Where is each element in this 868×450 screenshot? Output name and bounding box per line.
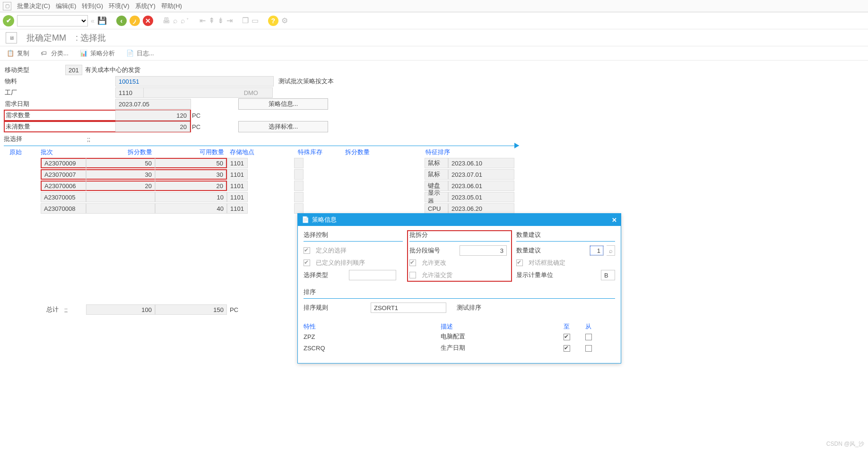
page-up-icon[interactable]: ⇞	[208, 16, 215, 25]
accept-button[interactable]: ✔	[3, 15, 14, 26]
defined-selection-label: 定义的选择	[316, 246, 347, 255]
cell-date: 2023.06.01	[448, 181, 514, 191]
cell-split[interactable]	[86, 192, 155, 202]
split-no-field[interactable]: 3	[460, 245, 507, 256]
menu-help[interactable]: 帮助(H)	[161, 2, 182, 10]
layout-icon[interactable]: ▭	[252, 16, 259, 25]
table-row[interactable]: A23070008401101CPU2023.06.20	[4, 203, 864, 214]
print-icon[interactable]: 🖶	[163, 17, 170, 25]
table-row[interactable]: A2307000730301101鼠标2023.07.01	[4, 169, 864, 180]
sort-desc: 生产日期	[441, 344, 564, 352]
qty-suggest-field[interactable]: 1	[590, 245, 604, 256]
reqqty-field[interactable]: 120	[115, 110, 190, 121]
menu-edit[interactable]: 编辑(E)	[56, 2, 76, 10]
move-type-label: 移动类型	[4, 66, 65, 74]
page-down-icon[interactable]: ⇟	[217, 16, 224, 25]
reqdate-field[interactable]: 2023.07.05	[115, 99, 191, 109]
first-icon[interactable]: «	[91, 17, 95, 25]
sort-from-checkbox[interactable]	[585, 334, 592, 340]
strategy-label: 策略分析	[90, 49, 115, 58]
col-special[interactable]: 特殊库存	[288, 148, 340, 156]
move-type-field[interactable]: 201	[65, 65, 82, 75]
menu-bar: ▢ 批量决定(C) 编辑(E) 转到(G) 环境(V) 系统(Y) 帮助(H)	[0, 0, 868, 12]
select-type-field[interactable]	[349, 270, 396, 280]
menu-env[interactable]: 环境(V)	[109, 2, 129, 10]
col-sloc[interactable]: 存储地点	[227, 148, 288, 156]
plant-desc: DMO	[144, 87, 273, 98]
col-avail[interactable]: 可用数量	[155, 148, 227, 156]
cell-batch: A23070009	[41, 158, 86, 168]
back-button[interactable]: ‹	[116, 16, 127, 26]
sort-to-checkbox[interactable]	[564, 334, 570, 340]
cell-special	[294, 192, 304, 202]
classify-button[interactable]: 🏷分类...	[41, 49, 69, 58]
material-field[interactable]: 100151	[115, 76, 274, 87]
cancel-button[interactable]: ✕	[143, 16, 153, 26]
sort-header: 排序	[304, 288, 615, 296]
col-batch[interactable]: 批次	[41, 148, 86, 156]
cell-char: 显示器	[425, 192, 448, 202]
cell-sloc: 1101	[227, 181, 248, 191]
sort-desc: 电脑配置	[441, 332, 564, 341]
col-split[interactable]: 拆分数量	[86, 148, 155, 156]
sort-rule-desc: 测试排序	[457, 303, 481, 312]
menu-batch[interactable]: 批量决定(C)	[17, 2, 50, 10]
cell-special	[294, 169, 304, 180]
char-col: 特性	[304, 322, 441, 331]
sort-row: ZSCRQ生产日期	[304, 342, 615, 354]
cell-split[interactable]: 30	[86, 169, 155, 180]
dialog-titlebar[interactable]: 📄策略信息 ✕	[298, 214, 621, 226]
page-last-icon[interactable]: ⇥	[226, 16, 233, 25]
copy-button[interactable]: 📋复制	[7, 49, 29, 58]
log-button[interactable]: 📄日志...	[126, 49, 154, 58]
col-original: 原始	[4, 148, 41, 156]
find-icon[interactable]: ⌕	[173, 17, 178, 25]
plant-field[interactable]: 1110	[115, 87, 144, 98]
select-control-header: 选择控制	[304, 231, 403, 239]
app-icon: ▢	[3, 2, 11, 10]
strategy-info-dialog: 📄策略信息 ✕ 选择控制 定义的选择 已定义的排列顺序 选择类型 批拆分 批分段…	[297, 213, 621, 363]
exit-button[interactable]: ⵰	[130, 16, 140, 26]
cell-split[interactable]	[86, 203, 155, 214]
cell-special	[294, 203, 304, 214]
watermark: CSDN @风_沙	[826, 440, 864, 448]
sort-from-checkbox[interactable]	[585, 345, 592, 352]
save-icon[interactable]: 💾	[97, 16, 107, 25]
dialog-confirm-label: 对话框批确定	[529, 259, 565, 267]
allow-change-checkbox	[409, 260, 416, 266]
table-row[interactable]: A23070005101101显示器2023.05.01	[4, 191, 864, 203]
menu-system[interactable]: 系统(Y)	[135, 2, 156, 10]
from-col: 从	[585, 322, 604, 331]
sort-to-checkbox[interactable]	[564, 345, 570, 352]
cell-date: 2023.07.01	[448, 169, 514, 180]
openqty-uom: PC	[192, 123, 206, 130]
selection-criteria-button[interactable]: 选择标准...	[238, 121, 328, 132]
display-uom-field[interactable]: B	[601, 270, 615, 280]
settings-icon[interactable]: ⚙	[281, 16, 288, 25]
strategy-button[interactable]: 📊策略分析	[80, 49, 115, 58]
new-window-icon[interactable]: ❐	[242, 16, 249, 25]
col-charsort[interactable]: 特征排序	[425, 148, 482, 156]
move-type-desc: 有关成本中心的发货	[85, 66, 140, 74]
cell-split[interactable]: 20	[86, 181, 155, 191]
cell-split[interactable]: 50	[86, 158, 155, 168]
help-icon[interactable]: ?	[268, 16, 278, 26]
dialog-icon: 📄	[302, 216, 309, 223]
menu-goto[interactable]: 转到(G)	[82, 2, 103, 10]
split-header: 批拆分	[409, 231, 510, 239]
grid-header: 原始 批次 拆分数量 可用数量 存储地点 特殊库存 拆分数量 特征排序	[4, 147, 864, 157]
command-field[interactable]	[17, 15, 88, 26]
page-first-icon[interactable]: ⇤	[200, 16, 206, 25]
qty-suggest-label: 数量建议	[516, 246, 564, 255]
close-icon[interactable]: ✕	[612, 216, 617, 224]
col-split2[interactable]: 拆分数量	[340, 148, 425, 156]
sort-rule-field[interactable]: ZSORT1	[371, 303, 446, 313]
qty-help-icon[interactable]: ⌕	[607, 245, 615, 256]
strategy-info-button[interactable]: 策略信息...	[238, 98, 328, 110]
find-next-icon[interactable]: ⌕⁺	[181, 17, 190, 25]
openqty-field[interactable]: 20	[115, 121, 190, 132]
table-row[interactable]: A2307000950501101鼠标2023.06.10	[4, 157, 864, 169]
cell-special	[294, 181, 304, 191]
allow-over-checkbox	[409, 272, 416, 278]
cell-special	[294, 158, 304, 168]
